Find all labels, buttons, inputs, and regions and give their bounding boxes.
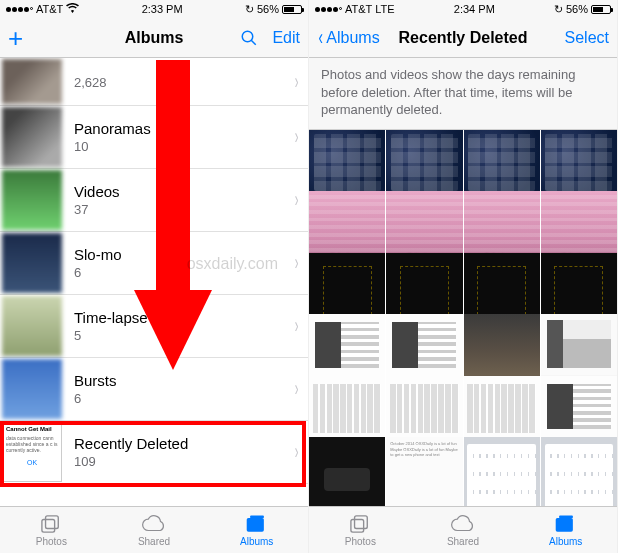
album-count: 10: [74, 139, 293, 154]
rotation-lock-icon: ↻: [245, 3, 254, 16]
status-time: 2:34 PM: [454, 3, 495, 15]
album-count: 6: [74, 391, 293, 406]
album-thumbnail: [2, 170, 62, 230]
album-row[interactable]: Panoramas 10 ›: [0, 106, 308, 169]
photo-cell[interactable]: [464, 437, 540, 506]
photos-icon: [347, 513, 373, 535]
wifi-icon: [66, 3, 79, 15]
battery-percent: 56%: [566, 3, 588, 15]
tab-shared[interactable]: Shared: [412, 507, 515, 553]
recently-deleted-screen: AT&T LTE 2:34 PM ↻ 56% ‹ Albums Recently…: [309, 0, 618, 553]
chevron-right-icon: ›: [295, 69, 299, 95]
tab-label: Albums: [549, 536, 582, 547]
album-name: Bursts: [74, 372, 293, 389]
svg-rect-11: [559, 515, 573, 518]
album-thumbnail: [2, 233, 62, 293]
album-name: Panoramas: [74, 120, 293, 137]
tab-label: Photos: [345, 536, 376, 547]
tab-photos[interactable]: Photos: [0, 507, 103, 553]
album-row[interactable]: 2,628 ›: [0, 58, 308, 106]
album-count: 5: [74, 328, 293, 343]
svg-rect-10: [555, 518, 572, 532]
album-name: Videos: [74, 183, 293, 200]
tab-label: Photos: [36, 536, 67, 547]
tab-bar: Photos Shared Albums: [309, 506, 617, 553]
album-count: 6: [74, 265, 293, 280]
album-count: 2,628: [74, 75, 293, 90]
signal-icon: [6, 7, 33, 12]
info-banner: Photos and videos show the days remainin…: [309, 58, 617, 130]
album-thumbnail: [2, 359, 62, 419]
tab-albums[interactable]: Albums: [514, 507, 617, 553]
chevron-right-icon: ›: [295, 313, 299, 339]
tab-photos[interactable]: Photos: [309, 507, 412, 553]
album-row[interactable]: Slo-mo 6 ›: [0, 232, 308, 295]
chevron-right-icon: ›: [295, 250, 299, 276]
album-thumbnail: Cannot Get Mail data connection cann est…: [2, 422, 62, 482]
tab-label: Shared: [138, 536, 170, 547]
cloud-icon: [141, 513, 167, 535]
chevron-right-icon: ›: [295, 376, 299, 402]
chevron-right-icon: ›: [295, 439, 299, 465]
battery-icon: [282, 5, 302, 14]
status-bar: AT&T LTE 2:34 PM ↻ 56%: [309, 0, 617, 18]
albums-icon: [244, 513, 270, 535]
battery-icon: [591, 5, 611, 14]
tab-bar: Photos Shared Albums: [0, 506, 308, 553]
nav-bar: + Albums Edit: [0, 18, 308, 58]
chevron-left-icon: ‹: [318, 27, 322, 49]
signal-icon: [315, 7, 342, 12]
album-thumbnail: [2, 59, 62, 104]
album-thumbnail: [2, 107, 62, 167]
album-name: Time-lapse: [74, 309, 293, 326]
add-album-button[interactable]: +: [8, 25, 23, 51]
svg-rect-6: [246, 518, 263, 532]
svg-rect-4: [46, 516, 59, 529]
photos-icon: [38, 513, 64, 535]
battery-percent: 56%: [257, 3, 279, 15]
svg-rect-8: [355, 516, 368, 529]
status-time: 2:33 PM: [142, 3, 183, 15]
albums-screen: AT&T 2:33 PM ↻ 56% + Albums Edit 2,628: [0, 0, 309, 553]
album-count: 37: [74, 202, 293, 217]
album-row[interactable]: Time-lapse 5 ›: [0, 295, 308, 358]
svg-point-0: [243, 31, 254, 42]
svg-line-1: [252, 40, 257, 45]
tab-label: Albums: [240, 536, 273, 547]
rotation-lock-icon: ↻: [554, 3, 563, 16]
photo-cell[interactable]: October 2014 OSXDaily is a lot of fun Ma…: [386, 437, 462, 506]
select-button[interactable]: Select: [565, 29, 609, 47]
photo-cell[interactable]: [541, 437, 617, 506]
album-name: Recently Deleted: [74, 435, 293, 452]
chevron-right-icon: ›: [295, 187, 299, 213]
cloud-icon: [450, 513, 476, 535]
svg-rect-5: [42, 519, 55, 532]
photo-grid[interactable]: 26 days 26 days 26 days 26 days 24 days …: [309, 130, 617, 506]
albums-list[interactable]: 2,628 › Panoramas 10 › Videos 37 › Slo-m…: [0, 58, 308, 506]
search-button[interactable]: [240, 29, 258, 47]
chevron-right-icon: ›: [295, 124, 299, 150]
albums-icon: [553, 513, 579, 535]
carrier-label: AT&T: [345, 3, 372, 15]
album-row[interactable]: Bursts 6 ›: [0, 358, 308, 421]
status-bar: AT&T 2:33 PM ↻ 56%: [0, 0, 308, 18]
tab-shared[interactable]: Shared: [103, 507, 206, 553]
tab-label: Shared: [447, 536, 479, 547]
back-button[interactable]: ‹ Albums: [317, 27, 380, 49]
album-row[interactable]: Videos 37 ›: [0, 169, 308, 232]
album-name: Slo-mo: [74, 246, 293, 263]
nav-bar: ‹ Albums Recently Deleted Select: [309, 18, 617, 58]
svg-rect-7: [250, 515, 264, 518]
svg-rect-9: [351, 519, 364, 532]
network-label: LTE: [375, 3, 394, 15]
album-row-recently-deleted[interactable]: Cannot Get Mail data connection cann est…: [0, 421, 308, 484]
edit-button[interactable]: Edit: [272, 29, 300, 47]
tab-albums[interactable]: Albums: [205, 507, 308, 553]
photo-cell[interactable]: [309, 437, 385, 506]
carrier-label: AT&T: [36, 3, 63, 15]
album-count: 109: [74, 454, 293, 469]
album-thumbnail: [2, 296, 62, 356]
